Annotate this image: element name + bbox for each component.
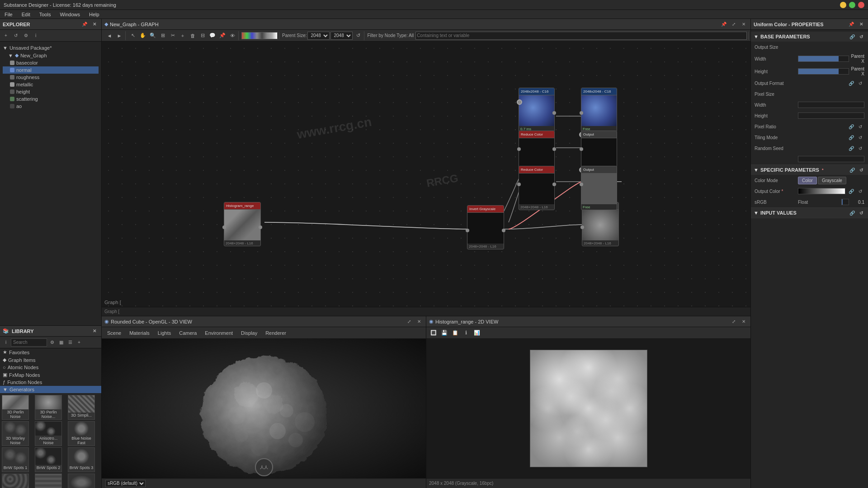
lib-add-icon[interactable]: + [75,338,83,347]
node-port-left-invert[interactable] [466,229,469,232]
node-port-left-histogram[interactable] [222,225,226,229]
prop-seed-reset-icon[interactable]: ↺ [856,144,864,152]
explorer-add-icon[interactable]: + [2,32,10,40]
explorer-item-basecolor[interactable]: basecolor [3,59,99,66]
graph-expand-icon[interactable]: ⤢ [730,20,738,28]
parent-height-select[interactable]: 20481024512 [330,32,353,40]
prop-base-reset-icon[interactable]: ↺ [857,33,865,41]
tb-hist-btn4[interactable]: ℹ [462,328,471,338]
histogram-close-icon[interactable]: ✕ [740,318,748,326]
lib-thumb-3d-perlin2[interactable]: 3D Perlin Noise... [35,395,62,420]
explorer-item-roughness[interactable]: roughness [3,74,99,81]
graph-canvas[interactable]: www.rrcg.cn RRCG Graph [ [102,42,750,307]
prop-tiling-link-icon[interactable]: 🔗 [847,133,855,141]
node-port-left-output-lower[interactable] [580,183,583,186]
tb-cut-btn[interactable]: ✂ [168,31,177,40]
node-port-right-reduce-upper[interactable] [552,147,556,151]
lib-thumb-cells2[interactable]: Cells 2 [35,474,62,488]
parent-size-select[interactable]: 20481024512 [307,32,330,40]
lib-filter-icon[interactable]: ⚙ [48,338,56,347]
vp-tab-environment[interactable]: Environment [202,329,236,337]
lib-thumb-bnw-spots2[interactable]: BnW Spots 2 [35,447,62,472]
node-histogram-range[interactable]: Histogram_range 2048×2048 - L16 [224,202,261,246]
menu-help[interactable]: Help [87,11,101,18]
lib-cat-graph-items[interactable]: ◆ Graph Items [0,356,101,364]
prop-color-slider[interactable] [798,188,845,194]
tb-refresh-btn[interactable]: ↺ [354,31,363,40]
histogram-expand-icon[interactable]: ⤢ [730,318,738,326]
prop-section-base-header[interactable]: ▼ BASE PARAMETERS 🔗 ↺ [751,32,868,42]
tb-delete-btn[interactable]: 🗑 [188,31,197,40]
lib-view-icon[interactable]: i [2,338,10,347]
minimize-button[interactable] [840,2,846,8]
viewport-expand-icon[interactable]: ⤢ [405,318,413,326]
lib-thumb-3d-worley[interactable]: 3D Worley Noise [2,421,29,446]
explorer-item-normal[interactable]: normal [3,66,99,74]
prop-format-reset-icon[interactable]: ↺ [856,79,864,87]
tb-comment-btn[interactable]: 💬 [208,31,217,40]
lib-cat-favorites[interactable]: ★ Favorites [0,348,101,356]
lib-thumb-cells1[interactable]: Cells 1 [2,474,29,488]
prop-tiling-reset-icon[interactable]: ↺ [856,133,864,141]
node-port-left-reduce-upper[interactable] [517,147,521,151]
node-port-left-reduce-lower[interactable] [517,183,521,186]
node-port-right-invert[interactable] [502,229,505,232]
prop-input-reset-icon[interactable]: ↺ [857,209,865,217]
lib-thumb-3d-simpli[interactable]: 3D Simpli... [68,395,95,420]
lib-thumb-cells3[interactable]: Cells 3 [68,474,95,488]
prop-format-link-icon[interactable]: 🔗 [847,79,855,87]
maximize-button[interactable] [849,2,855,8]
lib-thumb-anisotro[interactable]: Anisotro... Noise [35,421,62,446]
tb-back-btn[interactable]: ◄ [105,31,114,40]
prop-color-reset-icon[interactable]: ↺ [856,187,864,195]
prop-height-slider[interactable] [798,68,849,75]
library-close-icon[interactable]: ✕ [90,327,99,335]
prop-ratio-reset-icon[interactable]: ↺ [856,122,864,131]
prop-width-slider[interactable] [798,56,849,62]
graph-pin-icon[interactable]: 📌 [720,20,728,28]
tb-frame-btn[interactable]: ⊞ [158,31,167,40]
lib-thumb-bnw-spots1[interactable]: BnW Spots 1 [2,447,29,472]
node-reduce-lower[interactable]: Reduce Color 2048×2048 - L16 [519,166,555,210]
lib-thumb-3d-perlin1[interactable]: 3D Perlin Noise [2,395,29,420]
lib-list-icon[interactable]: ☰ [66,338,74,347]
vp-tab-renderer[interactable]: Renderer [263,329,289,337]
vp-tab-lights[interactable]: Lights [155,329,174,337]
prop-base-link-icon[interactable]: 🔗 [848,33,856,41]
vp-tab-scene[interactable]: Scene [104,329,124,337]
node-port-right-histogram[interactable] [259,225,262,229]
prop-specific-reset-icon[interactable]: ↺ [857,166,865,174]
props-close-icon[interactable]: ✕ [857,20,865,28]
prop-section-specific-header[interactable]: ▼ SPECIFIC PARAMETERS * 🔗 ↺ [751,165,868,175]
lib-cat-atomic[interactable]: ○ Atomic Nodes [0,364,101,371]
prop-srgb-slider[interactable] [841,199,849,205]
viewport-close-icon[interactable]: ✕ [415,318,423,326]
vp-tab-camera[interactable]: Camera [176,329,199,337]
node-top-left[interactable]: 2048x2048 - C16 0.7 ms [519,88,555,132]
explorer-item-height[interactable]: height [3,88,99,95]
tb-view-btn[interactable]: 👁 [228,31,237,40]
prop-specific-link-icon[interactable]: 🔗 [848,166,856,174]
prop-seed-link-icon[interactable]: 🔗 [847,144,855,152]
prop-color-btn[interactable]: Color [798,177,817,184]
props-pin-icon[interactable]: 📌 [847,20,855,28]
explorer-item-metallic[interactable]: metallic [3,81,99,88]
prop-px-height-slider[interactable] [798,113,864,119]
prop-grayscale-btn[interactable]: Grayscale [818,177,846,184]
viewport-canvas[interactable]: 人人 [102,339,426,478]
prop-section-input-header[interactable]: ▼ INPUT VALUES 🔗 ↺ [751,208,868,218]
explorer-item-scattering[interactable]: scattering [3,95,99,103]
node-output-lower[interactable]: Output Free [581,166,617,210]
tb-pin-btn[interactable]: 📌 [218,31,227,40]
menu-file[interactable]: File [3,11,14,18]
node-port-right-top-left[interactable] [552,111,556,115]
tb-select-btn[interactable]: ↖ [128,31,137,40]
lib-cat-fxmap[interactable]: ▣ FxMap Nodes [0,371,101,379]
tb-add-node-btn[interactable]: + [178,31,187,40]
library-search-input[interactable] [11,338,47,347]
tb-forward-btn[interactable]: ► [115,31,124,40]
node-top-right[interactable]: 2048x2048 - C16 Free [581,88,617,132]
node-port-right-reduce-lower[interactable] [552,183,556,186]
tb-zoom-btn[interactable]: 🔍 [148,31,157,40]
lib-thumb-bnw-spots3[interactable]: BnW Spots 3 [68,447,95,472]
